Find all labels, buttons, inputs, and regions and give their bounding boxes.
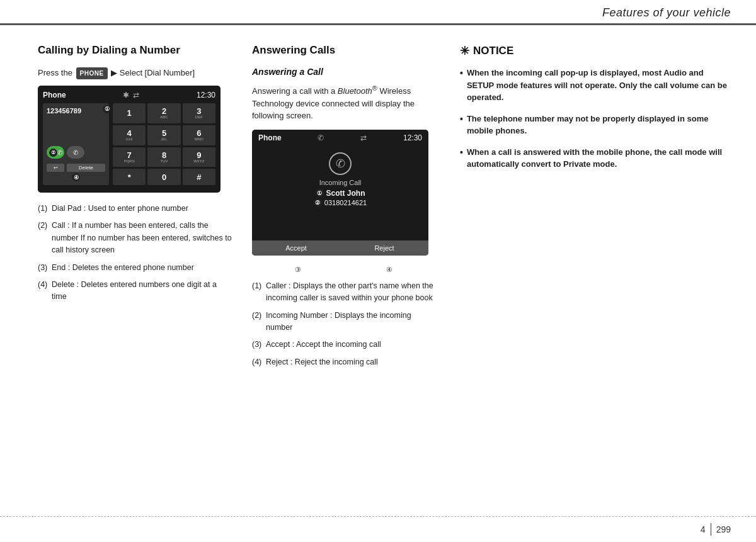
caller-number-row: ② 03180214621 — [314, 199, 367, 207]
notice-label: NOTICE — [473, 45, 513, 57]
bt-icon-inc: ⇄ — [360, 133, 367, 142]
notice-bullet-1: When the incoming call pop-up is display… — [460, 67, 731, 104]
incoming-header: Phone ✆ ⇄ 12:30 — [252, 130, 428, 146]
answering-desc: Answering a call with a Bluetooth® Wirel… — [252, 83, 435, 122]
col-left: Calling by Dialing a Number Press the PH… — [38, 44, 252, 373]
press-instruction: Press the PHONE ▶ Select [Dial Number] — [38, 67, 233, 79]
dial-key-star: * — [113, 169, 146, 185]
dial-screen: Phone ✱ ⇄ 12:30 123456789 ② ✆ — [38, 86, 220, 193]
call-btn-2: ② ✆ — [47, 146, 64, 159]
left-section-title: Calling by Dialing a Number — [38, 44, 233, 57]
call-btn-3: ✆ — [67, 146, 84, 159]
incoming-call-screen: Phone ✆ ⇄ 12:30 ✆ Incoming Call ① Scott … — [252, 130, 428, 256]
dial-key-6: 6MNO — [183, 125, 215, 145]
inc-phone-label: Phone — [258, 133, 282, 142]
dial-key-1: 1 — [113, 103, 146, 123]
dial-key-0: 0 — [147, 169, 180, 185]
col-middle: Answering Calls Answering a Call Answeri… — [252, 44, 454, 373]
list-item-2: (2) Call : If a number has been entered,… — [38, 220, 233, 256]
caller-name: Scott John — [326, 189, 365, 198]
middle-list-item-2: (2) Incoming Number : Displays the incom… — [252, 310, 435, 334]
inc-time: 12:30 — [403, 133, 422, 142]
press-text-1: Press the — [38, 68, 72, 77]
dial-key-8: 8TUV — [147, 147, 180, 167]
header-title: Features of your vehicle — [602, 6, 731, 20]
notice-bullets: When the incoming call pop-up is display… — [460, 67, 731, 171]
incoming-call-text: Incoming Call — [319, 179, 362, 186]
screen-header-left: Phone ✱ ⇄ 12:30 — [43, 91, 215, 99]
page-right: 299 — [716, 524, 731, 534]
dial-key-2: 2ABC — [147, 103, 180, 123]
delete-btn: Delete — [67, 164, 105, 172]
arrow-symbol: ▶ — [111, 68, 117, 77]
list-item-1: (1) Dial Pad : Used to enter phone numbe… — [38, 203, 233, 215]
dial-key-7: 7PQRS — [113, 147, 146, 167]
col-right: ✳ NOTICE When the incoming call pop-up i… — [454, 44, 731, 373]
dial-key-hash: # — [183, 169, 215, 185]
middle-list-item-4: (4) Reject : Reject the incoming call — [252, 356, 435, 368]
signal-icon: ⇄ — [133, 91, 139, 99]
incoming-body: ✆ Incoming Call ① Scott John ② 031802146… — [252, 146, 428, 213]
delete-label: Delete — [79, 165, 93, 171]
dial-left-panel: 123456789 ② ✆ ✆ ① — [43, 103, 109, 185]
list-item-4: (4) Delete : Deletes entered numbers one… — [38, 279, 233, 303]
notice-title: ✳ NOTICE — [460, 44, 731, 58]
middle-list-item-1: (1) Caller : Displays the other part's n… — [252, 280, 435, 305]
left-list: (1) Dial Pad : Used to enter phone numbe… — [38, 203, 233, 303]
screen-time: 12:30 — [197, 91, 215, 99]
phone-key-button: PHONE — [76, 67, 108, 79]
dial-pad: 1 2ABC 3DEF 4GHI 5JKL 6MNO 7PQRS 8TUV 9W… — [113, 103, 215, 185]
list-item-3: (3) End : Deletes the entered phone numb… — [38, 262, 233, 274]
ann-caller-1: ① — [316, 189, 324, 197]
ann-caller-2: ② — [314, 199, 322, 207]
notice-bullet-2: The telephone number may not be properly… — [460, 113, 731, 137]
page-left: 4 — [701, 524, 706, 534]
ann-2: ② — [49, 149, 57, 157]
page-divider — [711, 523, 711, 536]
middle-list-item-3: (3) Accept : Accept the incoming call — [252, 339, 435, 351]
screen-phone-label: Phone — [43, 91, 66, 99]
ann-4: ④ — [72, 173, 80, 181]
notice-section: ✳ NOTICE When the incoming call pop-up i… — [460, 44, 731, 171]
answering-subtitle: Answering a Call — [252, 67, 435, 77]
press-text-3: Select [Dial Number] — [120, 68, 195, 77]
dial-key-4: 4GHI — [113, 125, 146, 145]
notice-bullet-3: When a call is answered with the mobile … — [460, 146, 731, 171]
back-btn: ↩ — [47, 164, 64, 172]
page-header: Features of your vehicle — [0, 0, 756, 25]
page-footer: 4 299 — [0, 516, 756, 542]
screen-icons: ✱ ⇄ — [123, 91, 139, 99]
screen-body-left: 123456789 ② ✆ ✆ ① — [43, 103, 215, 185]
call-icon: ✆ — [318, 133, 324, 142]
screen-annotation-labels: ③ ④ — [252, 266, 435, 274]
main-content: Calling by Dialing a Number Press the PH… — [0, 25, 756, 386]
notice-star-icon: ✳ — [460, 44, 469, 58]
dial-number-display: 123456789 — [47, 107, 105, 115]
dial-key-9: 9WXYZ — [183, 147, 215, 167]
middle-list: (1) Caller : Displays the other part's n… — [252, 280, 435, 368]
bluetooth-icon: ✱ — [123, 91, 129, 99]
middle-section-title: Answering Calls — [252, 44, 435, 57]
dial-key-3: 3DEF — [183, 103, 215, 123]
dial-call-buttons: ② ✆ ✆ — [47, 146, 105, 159]
ann-1: ① — [103, 105, 111, 113]
page-number: 4 299 — [701, 523, 731, 536]
reject-btn: Reject — [340, 240, 428, 256]
dial-key-5: 5JKL — [147, 125, 180, 145]
caller-number: 03180214621 — [324, 199, 367, 206]
caller-name-row: ① Scott John — [316, 189, 365, 198]
accept-btn: Accept — [252, 240, 340, 256]
incoming-buttons: Accept Reject — [252, 240, 428, 256]
phone-icon-circle: ✆ — [329, 152, 352, 175]
back-delete-row: ↩ Delete — [47, 164, 105, 172]
